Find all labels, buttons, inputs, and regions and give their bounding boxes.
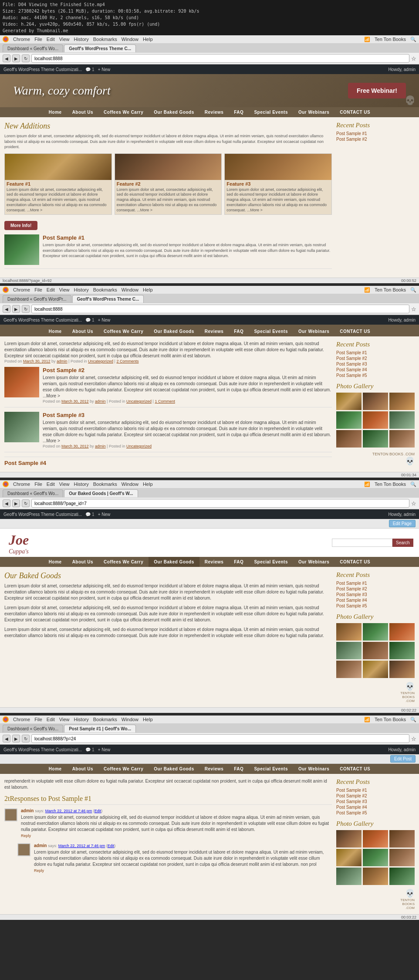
- menu-window-3[interactable]: Window: [122, 482, 139, 487]
- menu-view-1[interactable]: View: [59, 37, 70, 42]
- sidebar3-post-3[interactable]: Post Sample #3: [336, 592, 415, 597]
- post2-author[interactable]: admin: [95, 399, 106, 404]
- gallery-img-4-9[interactable]: [389, 868, 415, 885]
- sidebar3-post-1[interactable]: Post Sample #1: [336, 580, 415, 586]
- browser-tab-3-0[interactable]: Dashboard « Geoff's Wo...: [3, 489, 63, 497]
- post-title-2[interactable]: Post Sample #2: [43, 367, 332, 373]
- gallery-img-2-7[interactable]: [336, 430, 362, 448]
- star-icon-4[interactable]: ☆: [411, 736, 416, 742]
- nav4-about[interactable]: About Us: [67, 764, 98, 774]
- browser-tab-1-0[interactable]: Dashboard « Geoff's Wo...: [3, 44, 63, 52]
- comment-reply-1[interactable]: Reply: [21, 834, 332, 838]
- nav-baked[interactable]: Our Baked Goods: [149, 107, 199, 117]
- gallery-img-3-5[interactable]: [363, 642, 388, 659]
- sidebar2-post-2[interactable]: Post Sample #2: [336, 356, 415, 361]
- post-title-3[interactable]: Post Sample #3: [43, 412, 332, 418]
- search-icon-3[interactable]: 🔍: [410, 482, 416, 487]
- menu-help-4[interactable]: Help: [143, 717, 153, 722]
- browser-tab-4-0[interactable]: Dashboard « Geoff's Wo...: [3, 725, 63, 732]
- menu-chrome-1[interactable]: Chrome: [13, 37, 30, 42]
- post-title-preview-1[interactable]: Post Sample #1: [43, 234, 332, 241]
- gallery-img-3-7[interactable]: [336, 661, 362, 678]
- nav4-coffees[interactable]: Coffees We Carry: [98, 764, 149, 774]
- star-icon-2[interactable]: ☆: [411, 306, 416, 312]
- browser-tab-1-1[interactable]: Geoff's WordPress Theme C...: [64, 44, 136, 52]
- new-btn-1[interactable]: + New: [98, 67, 111, 72]
- menu-chrome-4[interactable]: Chrome: [13, 717, 30, 722]
- sidebar4-post-4[interactable]: Post Sample #4: [336, 804, 415, 810]
- back-btn-1[interactable]: ◀: [3, 54, 10, 62]
- comment-edit-2[interactable]: Edit: [108, 844, 115, 848]
- nav3-about[interactable]: About Us: [67, 557, 98, 567]
- gallery-img-4-6[interactable]: [389, 849, 415, 866]
- forward-btn-4[interactable]: ▶: [12, 735, 20, 743]
- refresh-btn-1[interactable]: ↻: [22, 54, 30, 62]
- gallery-img-4-7[interactable]: [336, 868, 362, 885]
- url-bar-4[interactable]: [31, 734, 409, 743]
- nav-events[interactable]: Special Events: [249, 107, 293, 117]
- sidebar-post-1-1[interactable]: Post Sample #1: [336, 131, 415, 136]
- menu-window-4[interactable]: Window: [122, 717, 139, 722]
- search-icon-2[interactable]: 🔍: [410, 287, 416, 293]
- post2-cat[interactable]: Uncategorized: [126, 399, 152, 404]
- sidebar2-post-4[interactable]: Post Sample #4: [336, 367, 415, 373]
- nav3-contact[interactable]: CoNTAcT Us: [335, 557, 375, 567]
- menu-file-1[interactable]: File: [34, 37, 42, 42]
- menu-bookmarks-2[interactable]: Bookmarks: [93, 287, 117, 292]
- new-btn-3[interactable]: + New: [98, 512, 111, 517]
- gallery-img-2-6[interactable]: [389, 411, 415, 429]
- webinar-button[interactable]: Free Webinar!: [348, 83, 406, 98]
- gallery-img-3-8[interactable]: [363, 661, 388, 678]
- nav4-baked[interactable]: Our Baked Goods: [149, 764, 199, 774]
- browser-tab-3-1[interactable]: Our Baked Goods | Geoff's W...: [64, 489, 138, 497]
- gallery-img-4-1[interactable]: [336, 830, 362, 848]
- nav4-events[interactable]: Special Events: [249, 764, 293, 774]
- gallery-img-2-8[interactable]: [363, 430, 388, 448]
- sidebar-post-1-2[interactable]: Post Sample #2: [336, 136, 415, 142]
- nav2-faq[interactable]: FAQ: [229, 326, 249, 336]
- post1-date[interactable]: March 30, 2012: [23, 359, 51, 363]
- menu-chrome-2[interactable]: Chrome: [13, 287, 30, 292]
- menu-view-4[interactable]: View: [59, 717, 70, 722]
- nav4-contact[interactable]: CoNTAcT Us: [335, 764, 375, 774]
- refresh-btn-2[interactable]: ↻: [22, 305, 30, 313]
- gallery-img-3-4[interactable]: [336, 642, 362, 659]
- gallery-img-4-3[interactable]: [389, 830, 415, 848]
- comment-reply-2[interactable]: Reply: [34, 868, 332, 873]
- nav-contact[interactable]: CoNTAcT Us: [335, 107, 375, 117]
- star-icon-3[interactable]: ☆: [411, 500, 416, 507]
- forward-btn-3[interactable]: ▶: [12, 499, 20, 507]
- refresh-btn-3[interactable]: ↻: [22, 499, 30, 507]
- nav4-faq[interactable]: FAQ: [229, 764, 249, 774]
- gallery-img-2-5[interactable]: [363, 411, 388, 429]
- nav3-home[interactable]: Home: [44, 557, 67, 567]
- search-icon-1[interactable]: 🔍: [410, 37, 416, 42]
- post3-date[interactable]: March 30, 2012: [61, 444, 89, 448]
- menu-view-2[interactable]: View: [59, 287, 70, 292]
- post2-comments[interactable]: 1 Comment: [155, 399, 175, 404]
- post1-comments[interactable]: 2 Comments: [116, 359, 139, 363]
- menu-history-4[interactable]: History: [74, 717, 88, 722]
- menu-chrome-3[interactable]: Chrome: [13, 482, 30, 487]
- new-btn-2[interactable]: + New: [98, 318, 111, 322]
- sidebar2-post-5[interactable]: Post Sample #5: [336, 373, 415, 378]
- gallery-img-3-2[interactable]: [363, 623, 388, 641]
- post3-cat[interactable]: Uncategorized: [126, 444, 152, 448]
- menu-help-2[interactable]: Help: [143, 287, 153, 292]
- sidebar3-post-4[interactable]: Post Sample #4: [336, 597, 415, 603]
- gallery-img-3-9[interactable]: [389, 661, 415, 678]
- refresh-btn-4[interactable]: ↻: [22, 735, 30, 743]
- nav-coffees[interactable]: Coffees We Carry: [98, 107, 149, 117]
- gallery-img-4-5[interactable]: [363, 849, 388, 866]
- menu-bookmarks-1[interactable]: Bookmarks: [93, 37, 117, 42]
- new-btn-4[interactable]: + New: [98, 747, 111, 752]
- nav-reviews[interactable]: Reviews: [199, 107, 229, 117]
- nav4-home[interactable]: Home: [44, 764, 67, 774]
- star-icon-1[interactable]: ☆: [411, 55, 416, 62]
- browser-tab-4-1[interactable]: Post Sample #1 | Geoff's Wo...: [64, 725, 136, 732]
- gallery-img-3-1[interactable]: [336, 623, 362, 641]
- menu-help-3[interactable]: Help: [143, 482, 153, 487]
- nav3-baked[interactable]: Our Baked Goods: [149, 557, 199, 567]
- gallery-img-4-4[interactable]: [336, 849, 362, 866]
- search-button-3[interactable]: Search: [392, 539, 413, 547]
